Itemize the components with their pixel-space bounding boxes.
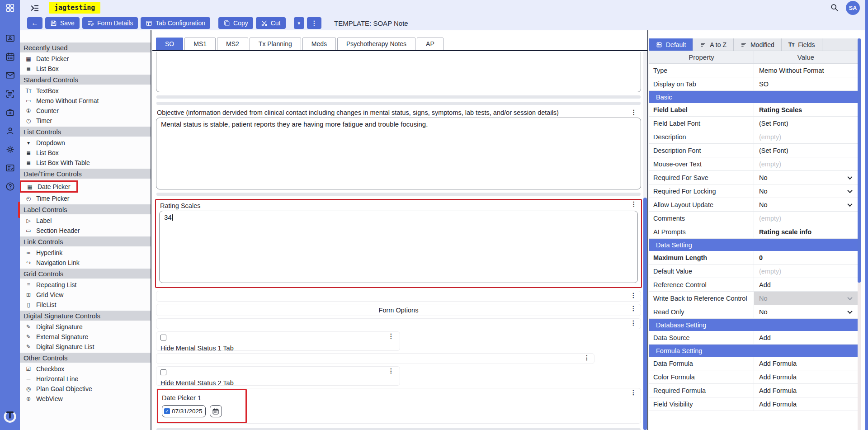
kebab-menu-icon[interactable]: ⋮ — [630, 305, 637, 312]
kebab-menu-icon[interactable]: ⋮ — [630, 389, 637, 396]
rating-scales-textarea[interactable]: 34 — [159, 211, 638, 283]
palette-item-section-header[interactable]: ▭Section Header — [20, 226, 151, 235]
palette-item-date-picker[interactable]: ▦Date Picker — [20, 54, 151, 63]
property-panel-scrollbar[interactable] — [858, 38, 861, 430]
objective-textarea[interactable]: Mental status is stable, patient reports… — [156, 118, 641, 189]
palette-item-label[interactable]: ▷Label — [20, 216, 151, 225]
palette-item-webview[interactable]: ⊕WebView — [20, 394, 151, 403]
property-panel-scrollbar-thumb[interactable] — [858, 38, 861, 283]
search-icon[interactable] — [830, 3, 839, 12]
property-value[interactable]: Rating Scales — [754, 103, 858, 116]
canvas-scrollbar[interactable] — [643, 52, 647, 430]
property-value[interactable]: Add Formula — [754, 370, 858, 383]
property-value[interactable]: (empty) — [754, 157, 858, 170]
prop-tab-a-to-z[interactable]: A to Z — [693, 38, 734, 51]
property-value[interactable]: No — [754, 198, 858, 211]
kebab-menu-icon[interactable]: ⋮ — [584, 354, 590, 361]
property-value[interactable]: Add Formula — [754, 397, 858, 411]
prop-tab-fields[interactable]: TтFields — [782, 38, 822, 51]
tab-tx-planning[interactable]: Tx Planning — [250, 38, 301, 50]
medical-kit-icon[interactable] — [5, 107, 15, 118]
avatar[interactable]: SA — [846, 1, 860, 15]
palette-item-repeating-list[interactable]: ≡Repeating List — [20, 280, 151, 289]
prop-tab-modified[interactable]: Modified — [734, 38, 782, 51]
property-value[interactable]: (Set Font) — [754, 117, 858, 130]
help-icon[interactable] — [5, 181, 15, 192]
task-list-icon[interactable] — [5, 162, 15, 173]
person-icon[interactable] — [5, 125, 15, 136]
empty-form-row[interactable]: ⋮ — [156, 291, 641, 302]
kebab-menu-icon[interactable]: ⋮ — [388, 333, 394, 340]
property-value[interactable]: (empty) — [754, 212, 858, 225]
palette-item-counter[interactable]: ①Counter — [20, 106, 151, 115]
property-value[interactable]: No — [754, 305, 858, 318]
palette-item-external-signature[interactable]: ✎External Signature — [20, 332, 151, 341]
date-input[interactable]: ✓ 07/31/2025 — [162, 405, 206, 417]
palette-item-time-picker[interactable]: ◴Time Picker — [20, 194, 151, 203]
palette-item-plan-goal-objective[interactable]: ◎Plan Goal Objective — [20, 384, 151, 393]
sidebar-toggle-icon[interactable] — [30, 3, 40, 13]
property-value[interactable]: Rating scale info — [754, 225, 858, 238]
cut-button[interactable]: Cut — [256, 17, 286, 29]
kebab-menu-icon[interactable]: ⋮ — [630, 320, 637, 326]
tab-psychotherapy-notes[interactable]: Psychotherapy Notes — [337, 38, 415, 50]
palette-item-date-picker[interactable]: ▦Date Picker — [20, 180, 78, 193]
property-value[interactable]: Add — [754, 278, 858, 291]
tab-ms1[interactable]: MS1 — [184, 38, 216, 50]
property-value[interactable]: (Set Font) — [754, 144, 858, 157]
brand-logo[interactable] — [3, 409, 17, 424]
palette-item-list-box-with-table[interactable]: ≣List Box With Table — [20, 158, 151, 167]
property-value[interactable]: Add Formula — [754, 357, 858, 370]
property-value[interactable]: No — [754, 184, 858, 198]
palette-item-digital-signature-list[interactable]: ✎Digital Signature List — [20, 342, 151, 351]
prop-tab-default[interactable]: Default — [649, 38, 693, 51]
toolbar-more-button[interactable]: ⋮ — [307, 17, 321, 29]
hide-ms2-checkbox[interactable] — [160, 369, 166, 375]
kebab-menu-icon[interactable]: ⋮ — [388, 368, 394, 374]
kebab-menu-icon[interactable]: ⋮ — [630, 292, 637, 299]
tab-meds[interactable]: Meds — [302, 38, 336, 50]
palette-item-memo-without-format[interactable]: ▭Memo Without Format — [20, 96, 151, 105]
empty-form-row[interactable]: ⋮ — [156, 353, 594, 364]
settings-gear-icon[interactable] — [5, 144, 15, 155]
property-value[interactable]: Memo Without Format — [754, 64, 858, 77]
tab-so[interactable]: SO — [156, 38, 183, 50]
tab-configuration-button[interactable]: Tab Configuration — [141, 17, 210, 29]
app-grid-icon[interactable] — [0, 0, 20, 16]
contact-card-icon[interactable] — [5, 33, 15, 43]
back-button[interactable]: ← — [27, 17, 42, 29]
date-checkbox-checked[interactable]: ✓ — [164, 408, 170, 414]
tab-ap[interactable]: AP — [417, 38, 443, 50]
workspace-name-badge[interactable]: jagtesting — [49, 2, 100, 14]
empty-form-row[interactable]: ⋮ — [156, 318, 641, 329]
tab-ms2[interactable]: MS2 — [217, 38, 248, 50]
palette-item-horizontal-line[interactable]: ─Horizontal Line — [20, 374, 151, 383]
palette-item-hyperlink[interactable]: ∞Hyperlink — [20, 248, 151, 257]
canvas-scrollbar-thumb[interactable] — [643, 198, 647, 430]
hide-ms1-checkbox[interactable] — [160, 335, 166, 340]
calendar-icon[interactable] — [5, 51, 15, 62]
palette-item-grid-view[interactable]: ⊞Grid View — [20, 290, 151, 299]
mail-icon[interactable] — [5, 70, 15, 80]
memo-field-partial[interactable] — [156, 52, 641, 92]
property-value[interactable]: (empty) — [754, 265, 858, 278]
palette-item-dropdown[interactable]: ▾Dropdown — [20, 138, 151, 147]
property-value[interactable]: (empty) — [754, 130, 858, 143]
palette-item-textbox[interactable]: TтTextBox — [20, 86, 151, 95]
form-details-button[interactable]: Form Details — [82, 17, 138, 29]
palette-item-checkbox[interactable]: ☑Checkbox — [20, 364, 151, 373]
palette-item-filelist[interactable]: ▯FileList — [20, 300, 151, 309]
property-value[interactable]: No — [754, 171, 858, 184]
palette-item-list-box[interactable]: ≣List Box — [20, 64, 151, 73]
kebab-menu-icon[interactable]: ⋮ — [631, 201, 637, 208]
copy-button[interactable]: Copy — [218, 17, 253, 29]
property-value[interactable]: 0 — [754, 251, 858, 264]
document-scan-icon[interactable] — [5, 88, 15, 99]
property-value[interactable]: Add Formula — [754, 384, 858, 397]
form-options-section-header[interactable]: Form Options ⋮ — [156, 304, 641, 316]
palette-item-digital-signature[interactable]: ✎Digital Signature — [20, 322, 151, 331]
property-value[interactable]: Add — [754, 331, 858, 344]
calendar-picker-button[interactable] — [210, 405, 222, 417]
save-button[interactable]: Save — [45, 17, 80, 29]
palette-item-list-box[interactable]: ≣List Box — [20, 148, 151, 157]
